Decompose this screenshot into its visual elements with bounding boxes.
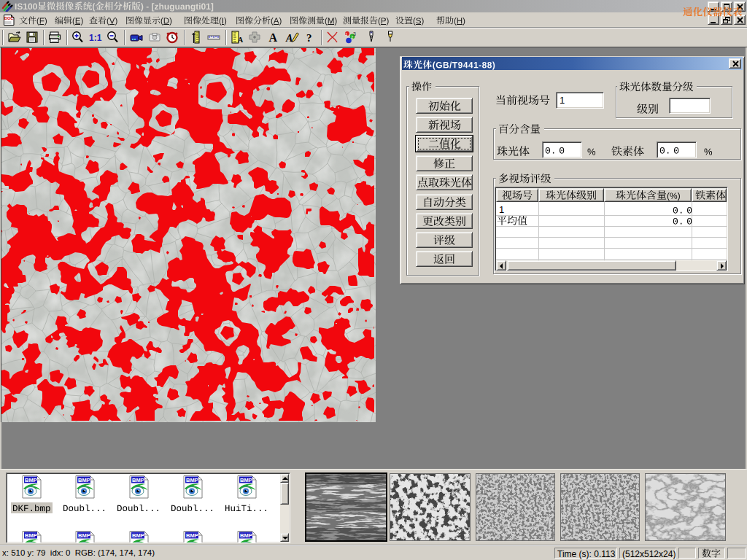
svg-text:3: 3 <box>353 31 356 36</box>
svg-text:BMP: BMP <box>132 532 144 539</box>
svg-text:BMP: BMP <box>78 477 90 483</box>
svg-text:1:1: 1:1 <box>89 33 102 43</box>
svg-text:BMP: BMP <box>186 532 198 539</box>
svg-text:BMP: BMP <box>78 532 90 539</box>
svg-text:BMP: BMP <box>132 477 144 483</box>
svg-text:A: A <box>238 36 244 44</box>
svg-text:DOC: DOC <box>4 16 13 20</box>
svg-text:A: A <box>269 31 278 44</box>
svg-text:BMP: BMP <box>240 532 252 539</box>
svg-text:BMP: BMP <box>240 477 252 483</box>
svg-text:?: ? <box>306 32 312 44</box>
svg-text:BMP: BMP <box>186 477 198 483</box>
svg-text:BMP: BMP <box>25 532 37 539</box>
svg-text:BMP: BMP <box>25 477 37 483</box>
